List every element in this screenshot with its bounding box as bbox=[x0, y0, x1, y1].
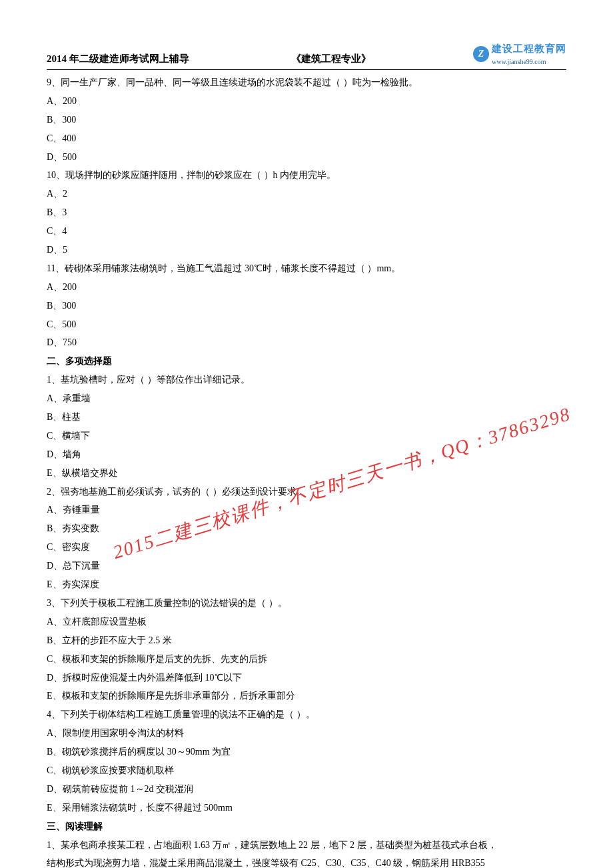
section-heading-multi: 二、多项选择题 bbox=[47, 353, 566, 370]
header-title-center: 《建筑工程专业》 bbox=[291, 50, 371, 68]
option: D、总下沉量 bbox=[47, 557, 566, 575]
option: C、密实度 bbox=[47, 539, 566, 556]
option: C、500 bbox=[47, 316, 566, 333]
option: E、模板和支架的拆除顺序是先拆非承重部分，后拆承重部分 bbox=[47, 687, 566, 705]
option: A、200 bbox=[47, 279, 566, 296]
question-stem: 11、砖砌体采用铺浆法砌筑时，当施工气温超过 30℃时，铺浆长度不得超过（ ）m… bbox=[47, 260, 566, 277]
option: C、横墙下 bbox=[47, 427, 566, 445]
option: C、400 bbox=[47, 130, 566, 147]
option: B、夯实变数 bbox=[47, 520, 566, 537]
option: C、模板和支架的拆除顺序是后支的先拆、先支的后拆 bbox=[47, 651, 566, 668]
option: A、夯锤重量 bbox=[47, 501, 566, 519]
option: A、限制使用国家明令淘汰的材料 bbox=[47, 725, 566, 742]
option: E、采用铺浆法砌筑时，长度不得超过 500mm bbox=[47, 799, 566, 817]
header-logo-block: Z 建设工程教育网 www.jianshe99.com bbox=[473, 40, 566, 68]
option: A、承重墙 bbox=[47, 390, 566, 407]
reading-line: 1、某承包商承接某工程，占地面积 1.63 万㎡，建筑层数地上 22 层，地下 … bbox=[47, 837, 566, 854]
option: D、砌筑前砖应提前 1～2d 交税湿润 bbox=[47, 781, 566, 798]
option: B、柱基 bbox=[47, 409, 566, 426]
option: D、墙角 bbox=[47, 446, 566, 463]
reading-line: 结构形式为现浇剪力墙，混凝土采用商品混凝土，强度等级有 C25、C30、C35、… bbox=[47, 855, 566, 868]
option: A、200 bbox=[47, 93, 566, 110]
option: B、砌筑砂浆搅拌后的稠度以 30～90mm 为宜 bbox=[47, 743, 566, 761]
option: C、砌筑砂浆应按要求随机取样 bbox=[47, 762, 566, 779]
question-stem: 10、现场拌制的砂浆应随拌随用，拌制的砂浆应在（ ）h 内使用完毕。 bbox=[47, 167, 566, 184]
question-stem: 4、下列关于砌体结构工程施工质量管理的说法不正确的是（ ）。 bbox=[47, 706, 566, 723]
content-body: 9、同一生产厂家、同一品种、同一等级且连续进场的水泥袋装不超过（ ）吨为一检验批… bbox=[47, 73, 566, 868]
site-name-cn: 建设工程教育网 bbox=[492, 43, 566, 54]
option: D、拆模时应使混凝土内外温差降低到 10℃以下 bbox=[47, 669, 566, 687]
question-stem: 9、同一生产厂家、同一品种、同一等级且连续进场的水泥袋装不超过（ ）吨为一检验批… bbox=[47, 74, 566, 91]
option: A、立杆底部应设置垫板 bbox=[47, 613, 566, 631]
option: E、纵横墙交界处 bbox=[47, 465, 566, 482]
page: 2014 年二级建造师考试网上辅导 《建筑工程专业》 Z 建设工程教育网 www… bbox=[0, 0, 613, 868]
option: B、300 bbox=[47, 111, 566, 129]
option: D、750 bbox=[47, 334, 566, 351]
option: A、2 bbox=[47, 185, 566, 203]
site-logo-icon: Z bbox=[473, 46, 489, 62]
option: D、500 bbox=[47, 149, 566, 166]
option: C、4 bbox=[47, 223, 566, 240]
site-url: www.jianshe99.com bbox=[492, 56, 566, 68]
question-stem: 2、强夯地基施工前必须试夯，试夯的（ ）必须达到设计要求。 bbox=[47, 483, 566, 501]
section-heading-reading: 三、阅读理解 bbox=[47, 818, 566, 835]
option: B、3 bbox=[47, 204, 566, 221]
question-stem: 3、下列关于模板工程施工质量控制的说法错误的是（ ）。 bbox=[47, 595, 566, 612]
option: B、300 bbox=[47, 297, 566, 315]
question-stem: 1、基坑验槽时，应对（ ）等部位作出详细记录。 bbox=[47, 371, 566, 389]
page-header: 2014 年二级建造师考试网上辅导 《建筑工程专业》 Z 建设工程教育网 www… bbox=[47, 40, 566, 70]
site-logo-text: 建设工程教育网 www.jianshe99.com bbox=[492, 40, 566, 68]
header-title-left: 2014 年二级建造师考试网上辅导 bbox=[47, 50, 189, 68]
option: E、夯实深度 bbox=[47, 576, 566, 593]
option: B、立杆的步距不应大于 2.5 米 bbox=[47, 632, 566, 649]
option: D、5 bbox=[47, 241, 566, 259]
